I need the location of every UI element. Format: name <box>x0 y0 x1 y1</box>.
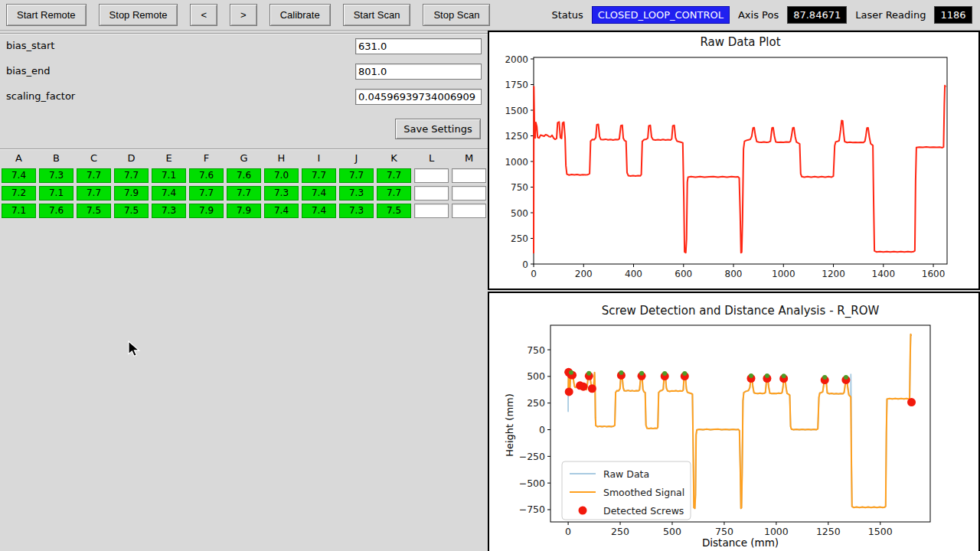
grid-cell-J2[interactable]: 7.3 <box>339 186 374 201</box>
grid-cell-L1[interactable] <box>414 168 449 183</box>
svg-text:1400: 1400 <box>872 269 896 279</box>
grid-cell-M2[interactable] <box>452 186 486 201</box>
calibrate-button[interactable]: Calibrate <box>270 4 331 26</box>
svg-text:800: 800 <box>725 269 743 279</box>
svg-text:−750: −750 <box>519 504 545 515</box>
grid-cell-C1[interactable]: 7.7 <box>77 168 111 183</box>
grid-cell-F1[interactable]: 7.6 <box>189 168 224 183</box>
bias-start-label: bias_start <box>6 40 54 51</box>
svg-text:1250: 1250 <box>505 131 528 142</box>
jog-left-button[interactable]: < <box>190 4 217 26</box>
grid-cell-I3[interactable]: 7.4 <box>302 204 336 218</box>
column-header-I: I <box>300 150 338 167</box>
stop-scan-button[interactable]: Stop Scan <box>423 4 490 26</box>
bias-start-field[interactable] <box>355 38 482 54</box>
grid-cell-E3[interactable]: 7.3 <box>152 204 186 218</box>
grid-cell-H1[interactable]: 7.0 <box>264 168 299 183</box>
column-header-A: A <box>0 150 38 167</box>
grid-cell-D2[interactable]: 7.9 <box>114 186 149 201</box>
svg-text:400: 400 <box>625 269 642 279</box>
grid-cell-K3[interactable]: 7.5 <box>377 204 411 218</box>
svg-text:500: 500 <box>527 370 545 382</box>
screw-detection-plot-panel: Screw Detection and Distance Analysis - … <box>488 292 980 551</box>
grid-cell-L3[interactable] <box>414 204 449 218</box>
grid-cell-D1[interactable]: 7.7 <box>114 168 149 183</box>
grid-cell-J1[interactable]: 7.7 <box>339 168 374 183</box>
svg-text:1500: 1500 <box>868 526 893 537</box>
column-header-H: H <box>263 150 300 167</box>
svg-text:750: 750 <box>715 526 733 537</box>
grid-cell-C3[interactable]: 7.5 <box>77 204 111 218</box>
screw-detection-plot: 0250500750100012501500−750−500−250025050… <box>489 293 978 551</box>
measurement-table: ABCDEFGHIJKLM 7.47.37.77.77.17.67.67.07.… <box>0 150 488 220</box>
grid-cell-I2[interactable]: 7.4 <box>302 186 336 201</box>
svg-text:750: 750 <box>511 182 528 193</box>
column-header-L: L <box>413 150 450 167</box>
grid-cell-E2[interactable]: 7.4 <box>152 186 186 201</box>
svg-text:1250: 1250 <box>816 526 841 537</box>
grid-cell-A2[interactable]: 7.2 <box>2 186 36 201</box>
grid-cell-C2[interactable]: 7.7 <box>77 186 111 201</box>
svg-text:250: 250 <box>527 397 545 409</box>
raw-data-plot-panel: Raw Data Plot 02004006008001000120014001… <box>488 31 980 290</box>
grid-cell-M3[interactable] <box>452 204 486 218</box>
status-value: CLOSED_LOOP_CONTROL <box>592 6 730 24</box>
grid-cell-G3[interactable]: 7.9 <box>227 204 261 218</box>
grid-cell-H3[interactable]: 7.4 <box>264 204 299 218</box>
column-header-M: M <box>450 150 488 167</box>
laser-reading-label: Laser Reading <box>855 9 926 21</box>
svg-text:250: 250 <box>511 233 528 244</box>
svg-text:0: 0 <box>531 269 537 279</box>
grid-cell-J3[interactable]: 7.3 <box>339 204 374 218</box>
grid-cell-B3[interactable]: 7.6 <box>39 204 74 218</box>
grid-cell-D3[interactable]: 7.5 <box>114 204 149 218</box>
toolbar: Start Remote Stop Remote < > Calibrate S… <box>0 0 980 31</box>
grid-cell-G1[interactable]: 7.6 <box>227 168 261 183</box>
grid-cell-L2[interactable] <box>414 186 449 201</box>
column-header-B: B <box>38 150 75 167</box>
svg-text:0: 0 <box>539 424 545 435</box>
svg-text:600: 600 <box>675 269 692 279</box>
svg-text:0: 0 <box>522 259 528 270</box>
table-row: 7.47.37.77.77.17.67.67.07.77.77.7 <box>0 167 488 184</box>
grid-cell-G2[interactable]: 7.7 <box>227 186 261 201</box>
svg-text:1750: 1750 <box>505 80 528 90</box>
jog-right-button[interactable]: > <box>230 4 257 26</box>
svg-text:750: 750 <box>527 344 545 356</box>
table-row: 7.17.67.57.57.37.97.97.47.47.37.5 <box>0 202 488 220</box>
grid-cell-B1[interactable]: 7.3 <box>39 168 74 183</box>
svg-text:1000: 1000 <box>505 157 528 168</box>
save-settings-button[interactable]: Save Settings <box>395 119 481 139</box>
grid-cell-K2[interactable]: 7.7 <box>377 186 411 201</box>
mouse-cursor-icon <box>128 341 143 359</box>
grid-cell-K1[interactable]: 7.7 <box>377 168 411 183</box>
start-remote-button[interactable]: Start Remote <box>6 4 87 26</box>
grid-cell-F3[interactable]: 7.9 <box>189 204 224 218</box>
svg-text:−500: −500 <box>519 478 545 489</box>
start-scan-button[interactable]: Start Scan <box>343 4 411 26</box>
column-header-C: C <box>75 150 113 167</box>
svg-text:1000: 1000 <box>764 526 789 537</box>
svg-text:1500: 1500 <box>505 106 528 116</box>
grid-cell-I1[interactable]: 7.7 <box>302 168 336 183</box>
svg-text:1200: 1200 <box>822 269 845 279</box>
column-header-D: D <box>113 150 150 167</box>
table-row: 7.27.17.77.97.47.77.77.37.47.37.7 <box>0 184 488 202</box>
svg-text:250: 250 <box>611 526 629 537</box>
table-header-row: ABCDEFGHIJKLM <box>0 150 488 167</box>
grid-cell-B2[interactable]: 7.1 <box>39 186 74 201</box>
axis-pos-value: 87.84671 <box>787 6 847 24</box>
grid-cell-M1[interactable] <box>452 168 486 183</box>
column-header-G: G <box>225 150 263 167</box>
grid-cell-F2[interactable]: 7.7 <box>189 186 224 201</box>
grid-cell-A1[interactable]: 7.4 <box>2 168 36 183</box>
grid-cell-A3[interactable]: 7.1 <box>2 204 36 218</box>
status-label: Status <box>551 9 583 21</box>
bias-end-field[interactable] <box>355 64 482 80</box>
grid-cell-E1[interactable]: 7.1 <box>152 168 186 183</box>
svg-text:500: 500 <box>663 526 681 537</box>
grid-cell-H2[interactable]: 7.3 <box>264 186 299 201</box>
laser-reading-value: 1186 <box>934 6 972 24</box>
scaling-factor-field[interactable] <box>355 89 482 105</box>
stop-remote-button[interactable]: Stop Remote <box>99 4 178 26</box>
